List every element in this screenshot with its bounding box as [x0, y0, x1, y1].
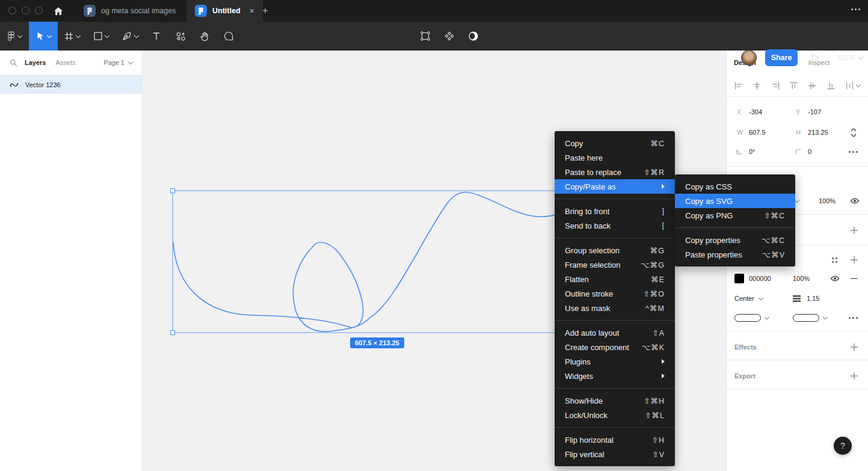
zoom-menu[interactable]: 111% — [837, 54, 863, 62]
distribute-menu[interactable] — [846, 82, 860, 90]
menu-item-widgets[interactable]: Widgets — [555, 369, 675, 383]
search-icon[interactable] — [10, 59, 17, 67]
menu-item-paste-to-replace[interactable]: Paste to replace⇧⌘R — [555, 165, 675, 179]
layer-opacity-input[interactable]: 100% — [819, 197, 836, 205]
close-tab-icon[interactable]: × — [250, 6, 254, 16]
use-as-mask-button[interactable] — [464, 22, 482, 51]
menu-item-flip-horizontal[interactable]: Flip horizontal⇧H — [555, 433, 675, 447]
y-input[interactable]: -107 — [808, 108, 821, 115]
menu-item-copy-as-css[interactable]: Copy as CSS — [675, 179, 795, 194]
constrain-proportions-toggle[interactable] — [850, 128, 857, 137]
home-button[interactable] — [52, 5, 65, 17]
comment-tool-button[interactable] — [217, 22, 241, 51]
align-left-icon[interactable] — [734, 82, 742, 90]
present-button[interactable] — [811, 53, 820, 63]
menu-item-flip-vertical[interactable]: Flip vertical⇧V — [555, 447, 675, 461]
share-button[interactable]: Share — [765, 49, 798, 66]
window-controls[interactable] — [8, 7, 43, 14]
menu-item-bring-to-front[interactable]: Bring to front] — [555, 204, 675, 218]
rotation-input[interactable]: 0° — [749, 148, 756, 155]
menu-item-flatten[interactable]: Flatten⌘E — [555, 272, 675, 286]
menu-item-group-selection[interactable]: Group selection⌘G — [555, 243, 675, 257]
menu-item-copy-as-png[interactable]: Copy as PNG⇧⌘C — [675, 208, 795, 223]
resources-tool-button[interactable] — [168, 22, 192, 51]
x-input[interactable]: -304 — [749, 108, 762, 115]
menu-item-paste-here[interactable]: Paste here — [555, 150, 675, 165]
align-horizontal-center-icon[interactable] — [753, 82, 761, 90]
position-row: X -304 Y -107 — [727, 103, 868, 120]
menu-item-create-component[interactable]: Create component⌥⌘K — [555, 340, 675, 354]
menu-item-copy-as-svg[interactable]: Copy as SVG — [675, 194, 795, 208]
add-stroke-button[interactable] — [850, 256, 858, 264]
stroke-visibility-toggle[interactable] — [830, 275, 840, 282]
add-export-button[interactable] — [850, 372, 858, 380]
menu-item-plugins[interactable]: Plugins — [555, 354, 675, 369]
tab-og-meta-social-images[interactable]: og meta social images — [75, 0, 186, 22]
stroke-hex-input[interactable]: 000000 — [749, 275, 771, 282]
titlebar-overflow-button[interactable] — [851, 8, 860, 10]
menu-item-outline-stroke[interactable]: Outline stroke⇧⌘O — [555, 286, 675, 301]
chevron-down-icon[interactable] — [795, 200, 799, 202]
help-button[interactable]: ? — [834, 437, 852, 455]
add-effect-button[interactable] — [850, 343, 858, 351]
layer-row-vector-1236[interactable]: Vector 1236 — [0, 75, 142, 94]
remove-stroke-button[interactable] — [851, 278, 858, 279]
align-top-icon[interactable] — [790, 82, 798, 90]
chevron-down-icon — [134, 32, 138, 37]
eye-icon — [850, 197, 860, 205]
menu-item-send-to-back[interactable]: Send to back[ — [555, 218, 675, 233]
close-window-icon[interactable] — [8, 7, 16, 14]
create-component-button[interactable] — [440, 22, 458, 51]
new-tab-button[interactable]: + — [257, 4, 273, 18]
export-label: Export — [734, 372, 756, 380]
more-options-button[interactable] — [849, 151, 858, 153]
tab-untitled[interactable]: Untitled × — [186, 0, 263, 22]
export-section-header: Export — [727, 368, 868, 384]
shape-tool-button[interactable] — [87, 22, 115, 51]
height-input[interactable]: 213.25 — [808, 129, 828, 136]
width-input[interactable]: 607.5 — [749, 129, 766, 136]
text-tool-button[interactable] — [144, 22, 168, 51]
hand-tool-button[interactable] — [192, 22, 217, 51]
plus-icon — [850, 343, 858, 351]
page-selector[interactable]: Page 1 — [103, 59, 132, 66]
minimize-window-icon[interactable] — [22, 7, 29, 14]
align-right-icon[interactable] — [772, 82, 780, 90]
frame-tool-button[interactable] — [58, 22, 87, 51]
tab-assets[interactable]: Assets — [55, 59, 75, 66]
chevron-down-icon[interactable] — [765, 317, 769, 319]
menu-item-use-as-mask[interactable]: Use as mask^⌘M — [555, 301, 675, 315]
menu-item-copy[interactable]: Copy⌘C — [555, 136, 675, 150]
menu-item-copy-properties[interactable]: Copy properties⌥⌘C — [675, 233, 795, 247]
corner-radius-input[interactable]: 0 — [808, 148, 811, 155]
menu-item-lock-unlock[interactable]: Lock/Unlock⇧⌘L — [555, 408, 675, 422]
align-bottom-icon[interactable] — [827, 82, 835, 90]
maximize-window-icon[interactable] — [35, 7, 43, 14]
main-menu-button[interactable] — [0, 22, 29, 51]
avatar[interactable] — [741, 50, 757, 66]
stroke-color-swatch[interactable] — [734, 274, 744, 283]
stroke-align-select[interactable]: Center — [734, 295, 763, 302]
stroke-style-select[interactable] — [734, 314, 761, 322]
menu-item-paste-properties[interactable]: Paste properties⌥⌘V — [675, 247, 795, 262]
advanced-stroke-button[interactable] — [849, 317, 858, 319]
menu-item-copy-paste-as[interactable]: Copy/Paste as — [555, 179, 675, 194]
visibility-toggle[interactable] — [850, 197, 860, 205]
tab-layers[interactable]: Layers — [25, 59, 46, 66]
height-label: H — [796, 129, 801, 136]
submenu-arrow-icon — [662, 374, 665, 378]
add-fill-button[interactable] — [850, 226, 858, 235]
menu-item-frame-selection[interactable]: Frame selection⌥⌘G — [555, 257, 675, 272]
width-label: W — [737, 129, 743, 136]
move-tool-button[interactable] — [29, 22, 58, 51]
menu-item-add-auto-layout[interactable]: Add auto layout⇧A — [555, 325, 675, 340]
align-vertical-center-icon[interactable] — [808, 82, 816, 90]
stroke-weight-input[interactable]: 1.15 — [807, 295, 819, 302]
menu-item-show-hide[interactable]: Show/Hide⇧⌘H — [555, 393, 675, 408]
stroke-opacity-input[interactable]: 100% — [793, 275, 810, 282]
pen-tool-button[interactable] — [115, 22, 144, 51]
styles-icon[interactable] — [832, 257, 837, 263]
edit-object-button[interactable] — [416, 22, 434, 51]
chevron-down-icon[interactable] — [823, 317, 827, 319]
stroke-cap-select[interactable] — [793, 314, 819, 322]
